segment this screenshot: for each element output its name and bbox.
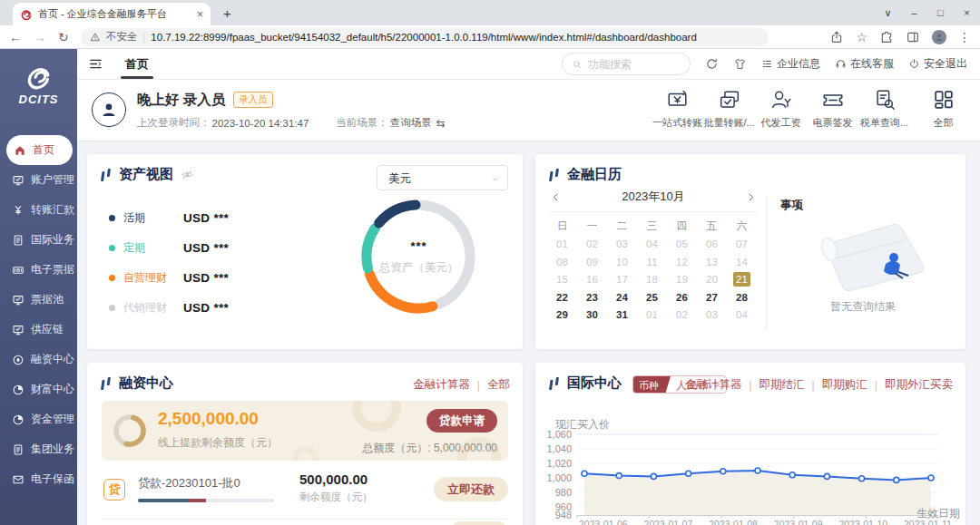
back-icon[interactable]: ← [9,31,22,44]
calendar-day[interactable]: 09 [586,257,598,267]
calendar-day[interactable]: 03 [616,238,628,249]
sidebar-item-transfer-remittance[interactable]: 转账汇款 [0,195,77,225]
menu-kebab-icon[interactable]: ⋮ [958,30,971,44]
greeting-bar: 晚上好 录入员 录入员 上次登录时间： 2023-10-20 14:31:47 … [77,80,980,141]
calendar-day[interactable]: 30 [586,309,598,320]
collapse-menu-icon[interactable] [88,56,103,72]
header-button-enterprise-info[interactable]: 企业信息 [761,56,820,72]
calendar-day[interactable]: 03 [706,309,718,320]
calendar-day[interactable]: 16 [586,274,598,285]
calendar-day[interactable]: 25 [646,292,658,303]
function-search[interactable] [562,53,691,75]
quick-action-e-ticket-issue[interactable]: 电票签发 [807,88,858,130]
header-button-label: 安全退出 [924,56,967,72]
close-window-button[interactable]: × [954,7,980,18]
intl-link-1[interactable]: 金融计算器 [685,377,742,393]
calendar-day[interactable]: 01 [646,309,658,320]
repay-now-button[interactable]: 立即还款 [434,477,508,501]
calendar-day[interactable]: 04 [646,238,658,249]
calendar-day[interactable]: 22 [556,292,568,303]
refresh-icon[interactable] [705,57,719,71]
calendar-day[interactable]: 04 [736,309,748,320]
calendar-day[interactable]: 18 [646,274,658,285]
events-label: 事项 [780,198,803,213]
legend-value: USD *** [183,241,229,255]
share-icon[interactable] [829,30,844,44]
minimize-button[interactable]: – [901,7,927,18]
browser-tabstrip: 首页 - 企业综合金融服务平台 × + ∨ – □ × [0,0,980,25]
restore-button[interactable]: □ [927,7,954,18]
profile-avatar-icon[interactable] [932,30,946,44]
quick-action-one-stop-transfer[interactable]: 一站式转账 [652,88,703,130]
sidebar-item-group-business[interactable]: 集团业务 [0,434,77,464]
financing-link-2[interactable]: 全部 [487,377,510,393]
header-button-online-service[interactable]: 在线客服 [835,56,894,72]
forward-icon[interactable]: → [34,31,46,44]
sidebar-item-fund-management[interactable]: 资金管理 [0,404,77,434]
calendar-day[interactable]: 17 [616,274,628,285]
calendar-day[interactable]: 11 [647,257,658,267]
sidebar-item-e-guarantee[interactable]: 电子保函 [0,464,77,494]
theme-skin-icon[interactable] [733,57,747,71]
financing-link-1[interactable]: 金融计算器 [413,377,470,393]
side-panel-icon[interactable] [906,30,920,44]
calendar-day[interactable]: 13 [706,257,718,267]
sidebar-item-financing-center[interactable]: 融资中心 [0,345,77,374]
calendar-day[interactable]: 31 [616,309,628,320]
sidebar-item-home[interactable]: 首页 [6,135,73,165]
calendar-day[interactable]: 15 [556,274,568,285]
quick-action-tax-query[interactable]: 税单查询... [858,88,910,130]
calendar-day[interactable]: 12 [676,257,688,267]
browser-tab[interactable]: 首页 - 企业综合金融服务平台 × [13,3,211,25]
loan-apply-button[interactable]: 贷款申请 [426,409,497,433]
sidebar-item-bill-pool[interactable]: 票据池 [0,285,77,315]
prev-month-icon[interactable] [550,191,562,203]
partial-next-row-button[interactable] [450,521,508,525]
calendar-day-selected[interactable]: 21 [733,272,750,287]
calendar-day[interactable]: 02 [676,309,688,320]
calendar-day[interactable]: 08 [556,257,568,267]
calendar-day[interactable]: 14 [736,257,748,267]
bookmark-star-icon[interactable]: ☆ [856,30,867,44]
intl-link-4[interactable]: 即期外汇买卖 [885,377,953,393]
search-input[interactable] [588,58,681,71]
header-button-safe-exit[interactable]: 安全退出 [908,56,967,72]
sidebar-item-international-business[interactable]: 国际业务 [0,225,77,255]
calendar-day[interactable]: 06 [706,238,718,249]
calendar-day[interactable]: 10 [616,257,628,267]
card-title-bars-icon [549,377,561,390]
calendar-day[interactable]: 24 [616,292,628,303]
sidebar-item-e-bill[interactable]: 电子票据 [0,255,77,285]
tab-home[interactable]: 首页 [125,49,149,79]
calendar-day[interactable]: 07 [736,238,748,249]
scene-swap-icon[interactable]: ⇆ [436,117,446,130]
user-avatar[interactable] [92,92,126,127]
next-month-icon[interactable] [745,191,757,203]
quick-action-batch-transfer[interactable]: 批量转账/... [703,88,755,130]
tab-search-icon[interactable]: ∨ [875,7,901,19]
calendar-day[interactable]: 20 [706,274,718,285]
calendar-day[interactable]: 19 [676,274,688,285]
calendar-day[interactable]: 29 [556,309,568,320]
calendar-day[interactable]: 26 [676,292,688,303]
intl-link-2[interactable]: 即期结汇 [760,377,805,393]
calendar-day[interactable]: 05 [676,238,688,249]
quick-action-all[interactable]: 全部 [917,88,969,130]
address-bar[interactable]: 不安全 | 10.7.19.22:8999/fpaas_bucket/94154… [81,28,769,46]
tab-close-icon[interactable]: × [197,8,203,21]
reload-icon[interactable]: ↻ [58,31,69,44]
extensions-icon[interactable] [879,30,894,44]
quick-action-payroll[interactable]: 代发工资 [755,88,807,130]
loan-row: 贷 贷款-20230101-批0 500,000.00 剩余额度（元） 立即还款 [102,472,508,515]
sidebar-item-account-management[interactable]: 账户管理 [0,165,77,195]
intl-link-3[interactable]: 即期购汇 [822,377,867,393]
hide-amounts-eye-icon[interactable] [181,168,194,181]
new-tab-button[interactable]: + [223,6,231,20]
calendar-day[interactable]: 23 [586,292,598,303]
sidebar-item-wealth-center[interactable]: 财富中心 [0,374,77,404]
calendar-day[interactable]: 28 [736,292,748,303]
calendar-day[interactable]: 02 [586,238,598,249]
sidebar-item-supply-chain[interactable]: 供应链 [0,315,77,345]
calendar-day[interactable]: 01 [556,238,568,249]
calendar-day[interactable]: 27 [706,292,718,303]
